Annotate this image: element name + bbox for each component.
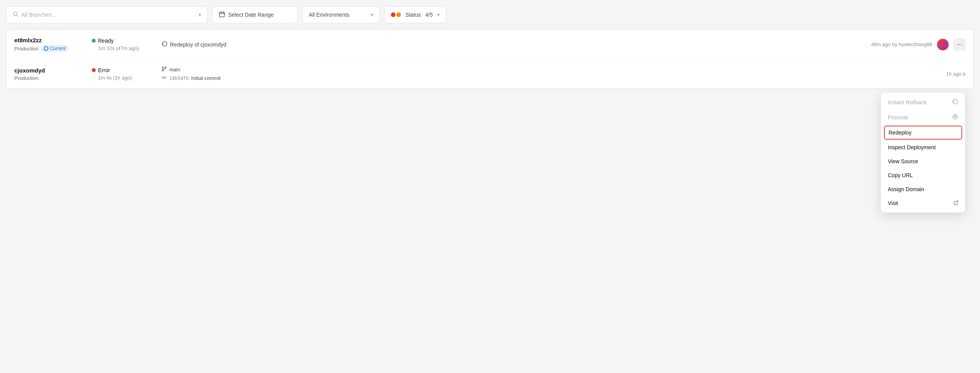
view-source-item[interactable]: View Source <box>881 154 965 168</box>
date-range-dropdown[interactable]: Select Date Range <box>212 6 297 23</box>
status-label: Status <box>406 12 421 18</box>
deploy-time: 1h ago b <box>946 71 966 77</box>
redeploy-label: Redeploy of cjoxomdyd <box>162 41 863 48</box>
svg-line-1 <box>17 15 18 17</box>
current-icon <box>44 46 48 51</box>
environments-label: All Environments <box>309 12 349 18</box>
deploy-id: et8mlx2zz <box>14 37 84 43</box>
more-button[interactable]: ··· <box>953 38 966 51</box>
status-dropdown[interactable]: Status 4/5 ▾ <box>384 6 446 23</box>
meta-info: 1h ago b <box>946 71 966 77</box>
status-dot-green <box>92 39 96 43</box>
status-dot-red <box>92 68 96 72</box>
current-badge: Current <box>41 45 69 52</box>
deploy-info: cjoxomdyd Production <box>14 67 84 81</box>
date-range-label: Select Date Range <box>228 12 274 18</box>
visit-item[interactable]: Visit <box>881 196 965 210</box>
copy-url-label: Copy URL <box>888 172 913 178</box>
status-count: 4/5 <box>425 12 433 18</box>
redeploy-item[interactable]: Redeploy <box>884 126 962 140</box>
status-dots <box>391 12 401 17</box>
promote-label: Promote <box>888 114 908 121</box>
svg-rect-2 <box>220 12 225 17</box>
search-icon <box>13 11 19 19</box>
deploy-time: 49m ago by hunterzhang86 <box>871 41 932 47</box>
deploy-env: Production <box>14 75 84 81</box>
chevron-down-icon: ▾ <box>199 12 201 17</box>
deploy-env: Production Current <box>14 45 84 52</box>
deploy-id: cjoxomdyd <box>14 67 84 74</box>
deployment-row: cjoxomdyd Production Error 1m 4s (1h ago… <box>7 59 973 89</box>
status-error: Error <box>92 67 154 73</box>
svg-point-9 <box>163 77 165 79</box>
branch-row: main <box>162 66 938 73</box>
rollback-icon <box>952 98 958 106</box>
commit-icon <box>162 75 167 81</box>
status-info: Error 1m 4s (1h ago) <box>92 67 154 81</box>
commit-info: main 18b5dfb Initial commit <box>162 66 938 81</box>
commit-message: Initial commit <box>191 75 221 81</box>
context-menu: Instant Rollback Promote Redeploy <box>880 92 966 213</box>
deployments-list: et8mlx2zz Production Current Ready 1m 32… <box>6 29 974 89</box>
commit-hash: 18b5dfb <box>169 76 189 81</box>
deploy-info: et8mlx2zz Production Current <box>14 37 84 52</box>
commit-info: Redeploy of cjoxomdyd <box>162 41 863 48</box>
chevron-down-icon: ▾ <box>371 12 373 17</box>
calendar-icon <box>219 11 225 19</box>
status-time: 1m 32s (47m ago) <box>92 45 154 51</box>
branches-placeholder: All Branches... <box>21 12 56 18</box>
redeploy-label: Redeploy <box>889 130 911 136</box>
commit-row: 18b5dfb Initial commit <box>162 75 938 81</box>
toolbar: All Branches... ▾ Select Date Range All … <box>6 6 974 23</box>
status-dot-red <box>391 12 395 17</box>
branch-icon <box>162 66 167 73</box>
view-source-label: View Source <box>888 158 918 164</box>
assign-domain-item[interactable]: Assign Domain <box>881 182 965 196</box>
meta-info: 49m ago by hunterzhang86 ··· <box>871 38 966 51</box>
branches-dropdown[interactable]: All Branches... ▾ <box>6 6 208 23</box>
inspect-deployment-item[interactable]: Inspect Deployment <box>881 140 965 154</box>
promote-item[interactable]: Promote <box>881 110 965 125</box>
environments-dropdown[interactable]: All Environments ▾ <box>302 6 380 23</box>
avatar <box>937 39 949 50</box>
external-link-icon <box>954 200 958 206</box>
assign-domain-label: Assign Domain <box>888 186 924 192</box>
chevron-down-icon: ▾ <box>437 12 440 17</box>
promote-icon <box>952 114 958 121</box>
instant-rollback-label: Instant Rollback <box>888 99 927 105</box>
status-ready: Ready <box>92 38 154 44</box>
status-dot-orange <box>396 12 401 17</box>
redeploy-icon <box>162 41 168 48</box>
branch-name: main <box>169 67 180 73</box>
instant-rollback-item[interactable]: Instant Rollback <box>881 95 965 110</box>
visit-label: Visit <box>888 200 898 206</box>
inspect-deployment-label: Inspect Deployment <box>888 144 936 150</box>
status-info: Ready 1m 32s (47m ago) <box>92 38 154 51</box>
status-time: 1m 4s (1h ago) <box>92 75 154 81</box>
copy-url-item[interactable]: Copy URL <box>881 168 965 182</box>
deployment-row: et8mlx2zz Production Current Ready 1m 32… <box>7 30 973 59</box>
